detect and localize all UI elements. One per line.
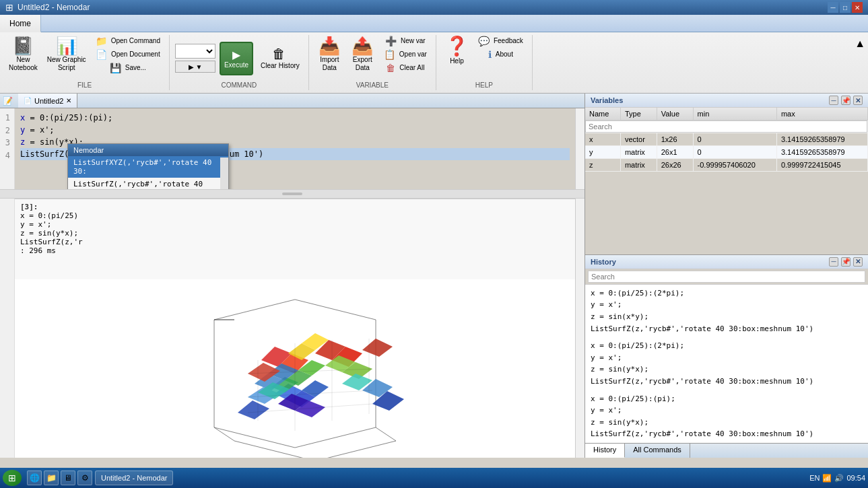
history-entry-4[interactable] [591, 335, 863, 340]
new-script-button[interactable]: 📊 New GraphicScript [44, 35, 90, 74]
splitter-horizontal[interactable] [0, 189, 585, 199]
ribbon-group-variable: 📥 ImportData 📤 ExportData ➕ New var 📋 Op… [309, 35, 436, 90]
tab-history[interactable]: History [585, 444, 625, 458]
col-header-value: Value [657, 108, 693, 120]
open-var-icon: 📋 [384, 50, 395, 59]
history-entry-10[interactable]: x = 0:(pi/25):(pi); [591, 393, 863, 405]
execute-button[interactable]: ▶ Execute [220, 42, 253, 75]
output-timing: : 296 ms [20, 246, 570, 255]
clock: 09:54 [846, 474, 865, 482]
minimize-button[interactable]: ─ [828, 2, 838, 13]
taskbar-icon-ie[interactable]: 🌐 [27, 470, 42, 485]
variable-row-1[interactable]: y matrix 26x1 0 3.14159265358979 [585, 146, 868, 159]
svg-line-3 [315, 441, 396, 458]
history-entry-3[interactable]: ListSurfZ(z,'rycb#','rotate 40 30:box:me… [591, 323, 863, 335]
history-entry-0[interactable]: x = 0:(pi/25):(2*pi); [591, 287, 863, 300]
taskbar-icon-explorer[interactable]: 📁 [44, 470, 59, 485]
history-close-button[interactable]: ✕ [853, 257, 863, 267]
clear-history-button[interactable]: 🗑 Clear History [257, 46, 303, 71]
output-label: [3]: [20, 203, 570, 211]
line-num-2: 2 [4, 125, 10, 137]
clear-all-button[interactable]: 🗑 Clear All [380, 62, 430, 74]
output-line-2: y = x'; [20, 220, 570, 229]
lang-indicator: EN [809, 474, 820, 482]
variables-panel-header: Variables ─ 📌 ✕ [585, 94, 868, 108]
var-value: 1x26 [657, 133, 693, 146]
new-notebook-button[interactable]: 📓 NewNotebook [5, 35, 41, 74]
svg-line-1 [295, 427, 376, 448]
col-header-min: min [693, 108, 776, 120]
new-var-button[interactable]: ➕ New var [380, 35, 430, 47]
editor-panel: 📝 📄 Untitled2 ✕ 1 2 3 4 x = 0:(pi/25):(p… [0, 94, 585, 458]
svg-line-0 [214, 427, 295, 448]
ribbon-collapse-button[interactable]: ▲ [855, 38, 865, 50]
col-header-max: max [776, 108, 867, 120]
close-button[interactable]: ✕ [852, 2, 863, 13]
variable-row-2[interactable]: z matrix 26x26 -0.999957406020 0.9999722… [585, 159, 868, 172]
history-search-input[interactable] [588, 271, 865, 283]
taskbar-icon-app1[interactable]: 🖥 [61, 470, 75, 485]
taskbar-icon-app2[interactable]: ⚙ [77, 470, 92, 485]
history-minimize-button[interactable]: ─ [829, 257, 838, 267]
help-button[interactable]: ❓ Help [442, 35, 472, 67]
col-header-type: Type [620, 108, 657, 120]
history-entry-6[interactable]: y = x'; [591, 352, 863, 364]
ribbon-content: 📓 NewNotebook 📊 New GraphicScript 📁 Open… [0, 32, 868, 93]
variable-row-0[interactable]: x vector 1x26 0 3.14159265358979 [585, 133, 868, 146]
variables-pin-button[interactable]: 📌 [841, 96, 850, 105]
autocomplete-scrollbar[interactable] [220, 158, 228, 189]
output-line-3: z = sin(y*x); [20, 229, 570, 238]
history-entry-11[interactable]: y = x'; [591, 405, 863, 417]
open-command-button[interactable]: 📁 Open Command [92, 35, 164, 47]
clear-history-icon: 🗑 [272, 47, 286, 61]
editor-tabs: 📝 📄 Untitled2 ✕ [0, 94, 585, 108]
title-bar: ⊞ Untitled2 - Nemodar ─ □ ✕ [0, 0, 868, 15]
editor-scrollbar[interactable] [575, 108, 585, 189]
maximize-button[interactable]: □ [840, 2, 850, 13]
editor-tab-close-button[interactable]: ✕ [66, 97, 71, 104]
variables-minimize-button[interactable]: ─ [829, 96, 838, 105]
autocomplete-popup: Nemodar ListSurfXYZ(,'rycb#','rotate 40 … [67, 143, 229, 189]
tab-all-commands[interactable]: All Commands [625, 444, 690, 458]
history-entry-1[interactable]: y = x'; [591, 299, 863, 311]
var-type: vector [620, 133, 657, 146]
ribbon-group-file: 📓 NewNotebook 📊 New GraphicScript 📁 Open… [0, 35, 170, 90]
import-icon: 📥 [319, 37, 340, 55]
history-entry-2[interactable]: z = sin(x*y); [591, 311, 863, 323]
variables-close-button[interactable]: ✕ [853, 96, 863, 105]
about-button[interactable]: ℹ About [475, 48, 527, 61]
run-options-button[interactable]: ▶ ▼ [175, 61, 215, 73]
history-entry-13[interactable]: ListSurfZ(z,'rycb#','rotate 40 30:box:me… [591, 428, 863, 440]
var-name: z [585, 159, 620, 172]
history-entry-12[interactable]: z = sin(y*x); [591, 417, 863, 429]
tab-home[interactable]: Home [0, 15, 41, 32]
history-title: History [591, 258, 616, 266]
save-button[interactable]: 💾 Save... [92, 62, 164, 74]
autocomplete-item-0[interactable]: ListSurfXYZ(,'rycb#','rotate 40 30: [68, 156, 228, 178]
history-entry-8[interactable]: ListSurfZ(z,'rycb#','rotate 40 30:box:me… [591, 376, 863, 388]
output-scrollbar[interactable] [575, 199, 585, 458]
svg-line-4 [214, 427, 234, 441]
start-button[interactable]: ⊞ [3, 470, 22, 486]
open-document-button[interactable]: 📄 Open Document [92, 48, 164, 61]
feedback-button[interactable]: 💬 Feedback [475, 35, 527, 47]
autocomplete-item-1[interactable]: ListSurfZ(,'rycb#','rotate 40 30:box:mes… [68, 178, 228, 189]
output-section: [3]: x = 0:(pi/25) y = x'; z = sin(y*x);… [0, 199, 585, 458]
import-data-button[interactable]: 📥 ImportData [314, 35, 345, 74]
history-content: x = 0:(pi/25):(2*pi);y = x';z = sin(x*y)… [585, 285, 868, 443]
editor-tab-untitled2[interactable]: 📄 Untitled2 ✕ [18, 94, 77, 108]
history-entry-9[interactable] [591, 388, 863, 393]
variables-search-input[interactable] [585, 120, 867, 133]
history-pin-button[interactable]: 📌 [841, 257, 850, 267]
export-data-button[interactable]: 📤 ExportData [347, 35, 378, 74]
command-dropdown[interactable] [175, 44, 215, 59]
svg-line-7 [295, 300, 376, 320]
new-notebook-icon: 📓 [12, 37, 34, 55]
open-var-button[interactable]: 📋 Open var [380, 48, 430, 61]
history-entry-7[interactable]: z = sin(y*x); [591, 363, 863, 376]
var-value: 26x26 [657, 159, 693, 172]
line-numbers: 1 2 3 4 [0, 108, 15, 189]
history-entry-5[interactable]: x = 0:(pi/25):(2*pi); [591, 340, 863, 352]
taskbar-nemodar[interactable]: Untitled2 - Nemodar [95, 470, 173, 485]
autocomplete-title: Nemodar [68, 144, 228, 156]
